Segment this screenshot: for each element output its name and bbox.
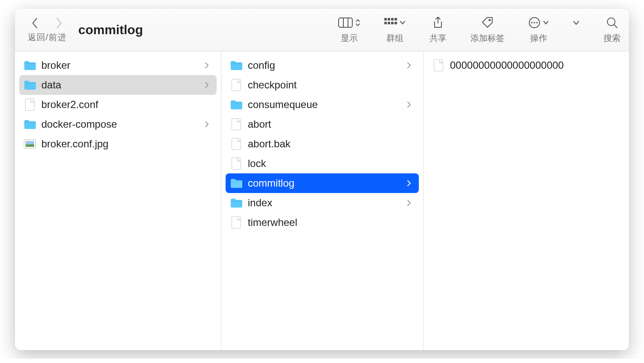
tags-button[interactable]: 添加标签	[470, 15, 505, 44]
search-label: 搜索	[603, 32, 621, 44]
file-row[interactable]: abort	[226, 114, 419, 134]
item-name: broker	[41, 59, 200, 71]
folder-icon	[230, 98, 243, 111]
actions-label: 操作	[530, 32, 547, 44]
file-row[interactable]: checkpoint	[226, 75, 419, 95]
chevron-right-icon	[55, 18, 62, 29]
folder-icon	[230, 196, 243, 209]
item-name: checkpoint	[248, 79, 402, 91]
item-name: consumequeue	[248, 99, 402, 111]
file-row[interactable]: lock	[226, 154, 419, 173]
file-row[interactable]: commitlog	[226, 173, 419, 193]
file-row[interactable]: docker-compose	[19, 114, 217, 134]
search-button[interactable]: 搜索	[603, 15, 621, 44]
item-name: index	[248, 197, 402, 209]
group-label: 群组	[386, 32, 403, 44]
item-name: broker2.conf	[41, 99, 200, 111]
share-button[interactable]: 共享	[429, 15, 447, 44]
forward-button[interactable]	[52, 16, 66, 30]
columns-icon	[338, 18, 353, 28]
file-icon	[230, 138, 243, 150]
folder-icon	[230, 59, 243, 72]
svg-rect-3	[384, 18, 387, 20]
file-icon	[230, 79, 243, 91]
disclosure-chevron-icon	[205, 121, 212, 128]
column-view: brokerdatabroker2.confdocker-composebrok…	[15, 51, 629, 350]
file-row[interactable]: abort.bak	[226, 134, 419, 154]
folder-icon	[230, 177, 243, 190]
finder-window: 返回/前进 commitlog 显示 群组	[15, 9, 629, 350]
image-file-icon	[23, 138, 36, 150]
item-name: 00000000000000000000	[450, 59, 608, 71]
svg-rect-5	[391, 18, 394, 20]
column-3[interactable]: 00000000000000000000	[424, 51, 629, 350]
svg-rect-6	[395, 18, 397, 20]
file-icon	[230, 118, 243, 131]
disclosure-chevron-icon	[407, 101, 415, 108]
file-row[interactable]: timerwheel	[226, 213, 419, 232]
chevron-left-icon	[32, 18, 38, 29]
item-name: timerwheel	[248, 217, 402, 228]
disclosure-chevron-icon	[407, 62, 415, 69]
disclosure-chevron-icon	[407, 199, 415, 206]
share-label: 共享	[429, 32, 447, 44]
disclosure-chevron-icon	[205, 82, 212, 88]
chevron-down-icon	[400, 20, 406, 25]
svg-point-14	[534, 22, 535, 23]
file-row[interactable]: consumequeue	[226, 95, 419, 114]
view-button[interactable]: 显示	[338, 15, 360, 44]
grid-icon	[384, 18, 397, 27]
nav-group: 返回/前进	[28, 16, 67, 43]
svg-rect-10	[395, 22, 397, 24]
item-name: data	[41, 79, 200, 91]
file-row[interactable]: data	[19, 75, 217, 95]
item-name: abort.bak	[248, 138, 402, 150]
toolbar: 返回/前进 commitlog 显示 群组	[15, 9, 629, 51]
expand-button[interactable]	[573, 15, 580, 42]
nav-label: 返回/前进	[28, 32, 67, 43]
share-icon	[433, 16, 443, 29]
file-row[interactable]: broker2.conf	[19, 95, 217, 114]
svg-rect-4	[388, 18, 390, 20]
item-name: commitlog	[248, 177, 402, 189]
column-2[interactable]: configcheckpointconsumequeueabortabort.b…	[221, 51, 424, 350]
tag-icon	[481, 16, 494, 29]
actions-button[interactable]: 操作	[528, 15, 549, 44]
ellipsis-circle-icon	[528, 17, 540, 29]
file-row[interactable]: broker.conf.jpg	[19, 134, 217, 154]
folder-icon	[23, 59, 36, 72]
file-icon	[432, 59, 445, 72]
disclosure-chevron-icon	[407, 180, 415, 187]
file-icon	[230, 216, 243, 229]
view-label: 显示	[341, 32, 358, 44]
group-button[interactable]: 群组	[384, 15, 406, 44]
toolbar-items: 显示 群组 共享	[338, 15, 621, 44]
folder-icon	[23, 118, 36, 131]
item-name: docker-compose	[41, 118, 200, 130]
expand-label	[575, 32, 577, 42]
disclosure-chevron-icon	[205, 62, 212, 69]
svg-rect-9	[391, 22, 394, 24]
tags-label: 添加标签	[470, 32, 505, 44]
svg-line-17	[614, 25, 617, 28]
file-icon	[230, 157, 243, 170]
file-row[interactable]: 00000000000000000000	[428, 56, 625, 75]
back-button[interactable]	[28, 16, 42, 30]
item-name: abort	[248, 118, 402, 130]
file-row[interactable]: index	[226, 193, 419, 213]
svg-rect-7	[384, 22, 387, 24]
folder-icon	[23, 79, 36, 91]
file-row[interactable]: broker	[19, 56, 217, 75]
item-name: broker.conf.jpg	[41, 138, 200, 150]
window-title: commitlog	[78, 23, 143, 37]
file-icon	[23, 98, 36, 111]
file-row[interactable]: config	[226, 56, 419, 75]
nav-arrows	[28, 16, 66, 30]
item-name: config	[248, 59, 402, 71]
updown-icon	[355, 18, 360, 27]
search-icon	[606, 17, 618, 29]
svg-point-11	[489, 19, 491, 21]
column-1[interactable]: brokerdatabroker2.confdocker-composebrok…	[15, 51, 221, 350]
chevron-down-icon	[543, 20, 549, 25]
svg-rect-8	[388, 22, 390, 24]
